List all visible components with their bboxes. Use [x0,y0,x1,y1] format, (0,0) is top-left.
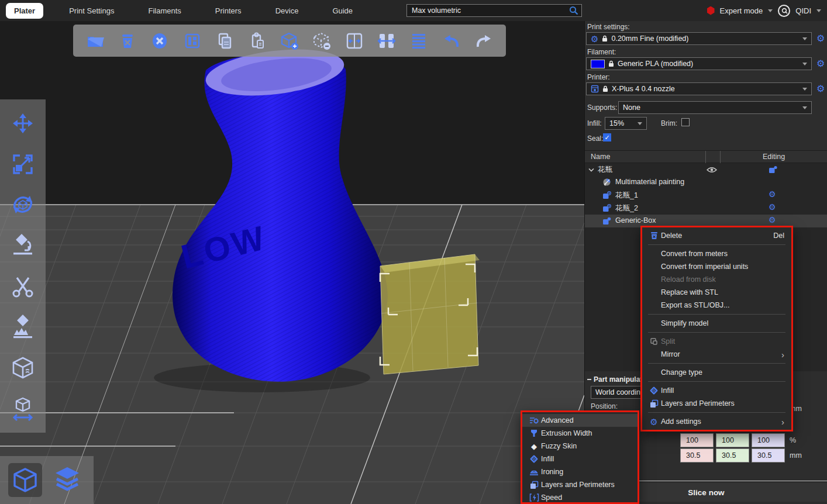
preview-layers-icon[interactable] [50,463,84,497]
chevron-down-icon[interactable] [768,9,773,12]
delete-all-icon[interactable] [148,29,171,53]
menu-item-delete[interactable]: Delete Del [642,229,791,242]
add-object-icon[interactable] [278,29,301,53]
submenu-item-extrusion-width[interactable]: Extrusion Width [522,427,638,440]
menu-item-replace-with-stl[interactable]: Replace with STL [642,286,791,299]
tab-device[interactable]: Device [267,3,307,19]
submenu-item-fuzzy-skin[interactable]: ◆ Fuzzy Skin [522,440,638,453]
place-on-face-icon[interactable] [8,230,38,261]
eye-icon[interactable] [707,167,717,173]
seam-painting-icon[interactable] [8,353,38,383]
size-z-input[interactable]: 30.5 [752,448,785,462]
editing-header[interactable]: Editing [720,153,827,161]
print-settings-combo[interactable]: ⚙ 0.20mm Fine (modified) [586,32,812,45]
generic-box-model[interactable] [380,254,480,374]
search-icon[interactable] [569,6,578,15]
infill-icon [527,454,541,464]
collapse-toggle[interactable] [587,379,591,380]
object-row-vase[interactable]: 花瓶 [585,163,827,176]
scale-x-input[interactable]: 100 [680,433,714,447]
multimaterial-painting-row[interactable]: Multimaterial painting [585,176,827,189]
gear-icon: ⚙ [591,34,598,43]
menu-item-mirror[interactable]: Mirror› [642,348,791,361]
gear-icon[interactable]: ⚙ [769,203,776,211]
submenu-item-layers-and-perimeters[interactable]: Layers and Perimeters [522,478,638,491]
infill-icon [647,386,661,395]
submenu-item-advanced[interactable]: Advanced [522,414,638,427]
menu-item-add-settings[interactable]: ⚙ Add settings › [642,415,791,428]
menu-item-simplify-model[interactable]: Simplify model [642,317,791,330]
scale-icon[interactable] [8,149,38,179]
submenu-arrow-icon: › [781,417,784,426]
add-settings-submenu: Advanced Extrusion Width ◆ Fuzzy Skin In… [521,410,639,504]
split-to-objects-icon[interactable] [343,29,366,53]
chevron-down-icon [638,122,642,125]
gear-icon[interactable]: ⚙ [769,216,776,224]
printer-gear-icon[interactable]: ⚙ [816,84,825,94]
menu-item-convert-from-meters[interactable]: Convert from meters [642,247,791,260]
menu-item-infill[interactable]: Infill [642,384,791,397]
tab-filaments[interactable]: Filaments [140,3,189,19]
size-x-input[interactable]: 30.5 [680,448,714,462]
ironing-icon [527,468,541,476]
paste-icon[interactable] [246,29,269,53]
cut-icon[interactable] [8,271,38,302]
submenu-item-ironing[interactable]: Ironing [522,465,638,478]
redo-icon[interactable] [472,29,495,53]
menubar: Plater Print Settings Filaments Printers… [0,0,827,21]
expand-chevron-icon[interactable] [588,168,594,172]
object-settings-icon[interactable] [769,165,777,174]
brim-checkbox[interactable] [681,118,690,126]
undo-icon[interactable] [440,29,463,53]
chevron-down-icon[interactable] [816,9,821,12]
prepare-3d-view-icon[interactable] [8,463,42,497]
move-icon[interactable] [8,108,38,139]
menu-separator [648,381,785,382]
brand-label[interactable]: QIDI [795,6,811,15]
menu-item-convert-from-imperial[interactable]: Convert from imperial units [642,260,791,273]
menu-item-export-stl-obj[interactable]: Export as STL/OBJ... [642,299,791,312]
infill-combo[interactable]: 15% [605,117,647,130]
volume-icon [602,217,611,225]
expert-mode-label[interactable]: Expert mode [720,6,763,15]
size-y-input[interactable]: 30.5 [716,448,749,462]
copy-icon[interactable] [213,29,236,53]
search-input[interactable] [406,4,582,17]
search-box [406,4,582,17]
menu-separator [648,244,785,245]
support-painting-icon[interactable] [8,312,38,343]
scale-y-input[interactable]: 100 [716,433,749,447]
filament-gear-icon[interactable]: ⚙ [816,59,825,68]
scale-z-input[interactable]: 100 [752,433,785,447]
remove-object-icon[interactable] [310,29,333,53]
volume-row-vase2[interactable]: 花瓶_2 ⚙ [585,202,827,215]
menu-item-change-type[interactable]: Change type [642,366,791,379]
gear-icon[interactable]: ⚙ [769,190,776,198]
tab-guide[interactable]: Guide [324,3,361,19]
open-file-icon[interactable] [84,29,107,53]
tab-print-settings[interactable]: Print Settings [61,3,122,19]
delete-icon[interactable] [116,29,139,53]
volume-row-vase1[interactable]: 花瓶_1 ⚙ [585,189,827,202]
seal-checkbox[interactable]: ✓ [603,133,611,141]
left-toolbar [0,99,46,433]
arrange-icon[interactable] [181,29,204,53]
viewport-3d[interactable]: LOW [0,21,584,504]
seal-label: Seal: [587,134,603,143]
rotate-icon[interactable] [8,189,38,220]
supports-value: None [623,103,640,112]
name-header[interactable]: Name [591,153,610,161]
variable-layer-height-icon[interactable] [407,29,430,53]
split-icon [647,337,661,346]
printer-combo[interactable]: X-Plus 4 0.4 nozzle [586,82,812,95]
submenu-item-infill[interactable]: Infill [522,453,638,465]
filament-combo[interactable]: Generic PLA (modified) [586,57,812,70]
split-to-parts-icon[interactable] [375,29,398,53]
submenu-item-speed[interactable]: Speed [522,491,638,504]
tab-plater[interactable]: Plater [6,3,43,19]
tab-printers[interactable]: Printers [207,3,250,19]
print-settings-gear-icon[interactable]: ⚙ [816,34,825,43]
menu-item-layers-and-perimeters[interactable]: Layers and Perimeters [642,397,791,410]
measure-icon[interactable] [8,393,38,424]
supports-combo[interactable]: None [618,101,812,114]
